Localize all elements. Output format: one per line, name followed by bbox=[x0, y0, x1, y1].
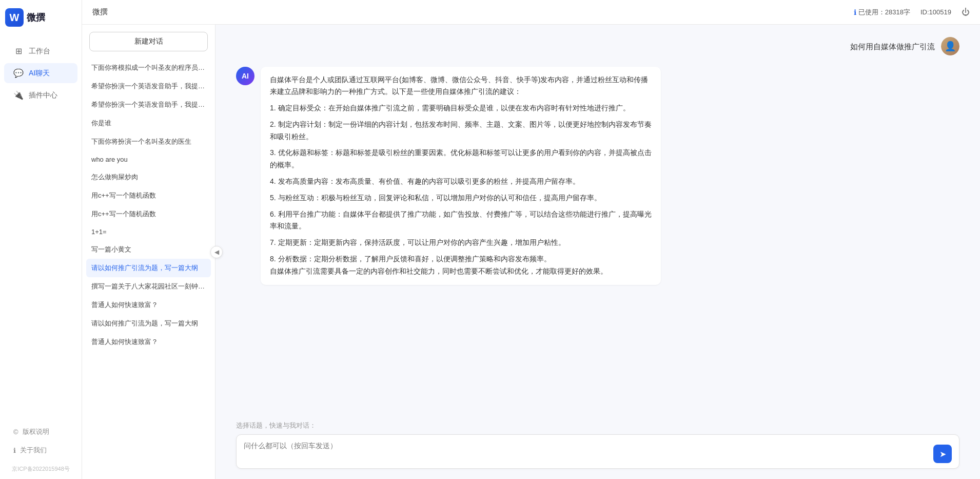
sidebar-item-ai-chat[interactable]: 💬 AI聊天 bbox=[4, 63, 77, 83]
ai-point: 1. 确定目标受众：在开始自媒体推广引流之前，需要明确目标受众是谁，以便在发布内… bbox=[270, 102, 652, 114]
topbar-id: ID:100519 bbox=[920, 8, 951, 16]
history-item[interactable]: 撰写一篇关于八大家花园社区一刻钟便民生... bbox=[86, 277, 211, 296]
logo: W 微撰 bbox=[0, 8, 45, 27]
toggle-history-button[interactable]: ◀ bbox=[210, 246, 223, 258]
history-item[interactable]: 普通人如何快速致富？ bbox=[86, 296, 211, 314]
bottom-icon-about: ℹ bbox=[13, 447, 16, 454]
send-icon: ➤ bbox=[939, 449, 946, 459]
history-item[interactable]: 请以如何推广引流为题，写一篇大纲 bbox=[86, 314, 211, 333]
sidebar-nav: ⊞ 工作台💬 AI聊天🔌 插件中心 bbox=[0, 41, 82, 423]
send-button[interactable]: ➤ bbox=[933, 445, 952, 463]
history-item[interactable]: 下面你将扮演一个名叫圣友的医生 bbox=[86, 132, 211, 151]
topbar-usage: ℹ 已使用：28318字 bbox=[854, 8, 910, 17]
history-item[interactable]: 写一篇小黄文 bbox=[86, 240, 211, 259]
icp-text: 京ICP备2022015948号 bbox=[12, 463, 70, 473]
ai-point: 5. 与粉丝互动：积极与粉丝互动，回复评论和私信，可以增加用户对你的认可和信任，… bbox=[270, 192, 652, 204]
ai-message-bubble: 自媒体平台是个人或团队通过互联网平台(如博客、微博、微信公众号、抖音、快手等)发… bbox=[261, 67, 661, 285]
bottom-item-about[interactable]: ℹ 关于我们 bbox=[4, 442, 77, 459]
usage-info-icon: ℹ bbox=[854, 8, 856, 16]
main-area: 微撰 ℹ 已使用：28318字 ID:100519 ⏻ 新建对话 下面你将模拟成… bbox=[82, 0, 980, 479]
history-panel-wrapper: 新建对话 下面你将模拟成一个叫圣友的程序员，我说...希望你扮演一个英语发音助手… bbox=[82, 25, 215, 479]
nav-label-plugin: 插件中心 bbox=[29, 91, 57, 100]
nav-icon-plugin: 🔌 bbox=[13, 90, 24, 100]
ai-intro: 自媒体平台是个人或团队通过互联网平台(如博客、微博、微信公众号、抖音、快手等)发… bbox=[270, 74, 652, 99]
sidebar-item-plugin[interactable]: 🔌 插件中心 bbox=[4, 85, 77, 105]
history-item[interactable]: 请以如何推广引流为题，写一篇大纲 bbox=[86, 259, 211, 277]
history-item[interactable]: 希望你扮演一个英语发音助手，我提供给你... bbox=[86, 95, 211, 114]
sidebar-item-workbench[interactable]: ⊞ 工作台 bbox=[4, 41, 77, 61]
history-panel: 新建对话 下面你将模拟成一个叫圣友的程序员，我说...希望你扮演一个英语发音助手… bbox=[82, 25, 215, 479]
user-message-row: 👤 如何用自媒体做推广引流 bbox=[236, 37, 959, 56]
history-item[interactable]: 怎么做狗屎炒肉 bbox=[86, 168, 211, 186]
history-item[interactable]: 普通人如何快速致富？ bbox=[86, 333, 211, 351]
logo-icon: W bbox=[5, 8, 24, 27]
bottom-icon-copyright: © bbox=[13, 428, 18, 436]
ai-point: 2. 制定内容计划：制定一份详细的内容计划，包括发布时间、频率、主题、文案、图片… bbox=[270, 119, 652, 143]
sidebar-bottom: © 版权说明ℹ 关于我们 bbox=[0, 423, 82, 463]
bottom-item-copyright[interactable]: © 版权说明 bbox=[4, 423, 77, 440]
power-icon[interactable]: ⏻ bbox=[962, 8, 970, 17]
history-item[interactable]: 用c++写一个随机函数 bbox=[86, 186, 211, 205]
content-area: 新建对话 下面你将模拟成一个叫圣友的程序员，我说...希望你扮演一个英语发音助手… bbox=[82, 25, 980, 479]
input-box: ➤ bbox=[236, 434, 959, 469]
nav-label-workbench: 工作台 bbox=[29, 47, 50, 56]
user-message-text: 如何用自媒体做推广引流 bbox=[850, 42, 935, 51]
bottom-label-about: 关于我们 bbox=[20, 446, 47, 455]
ai-point: 3. 优化标题和标签：标题和标签是吸引粉丝的重要因素。优化标题和标签可以让更多的… bbox=[270, 147, 652, 171]
topbar-right: ℹ 已使用：28318字 ID:100519 ⏻ bbox=[854, 8, 970, 17]
chat-messages: 👤 如何用自媒体做推广引流 AI 自媒体平台是个人或团队通过互联网平台(如博客、… bbox=[215, 25, 980, 421]
topbar: 微撰 ℹ 已使用：28318字 ID:100519 ⏻ bbox=[82, 0, 980, 25]
ai-point: 8. 分析数据：定期分析数据，了解用户反馈和喜好，以便调整推广策略和内容发布频率… bbox=[270, 253, 652, 265]
chat-input-area: 选择话题，快速与我对话： ➤ bbox=[215, 421, 980, 479]
history-item[interactable]: 你是谁 bbox=[86, 114, 211, 132]
history-item[interactable]: who are you bbox=[86, 151, 211, 168]
bottom-label-copyright: 版权说明 bbox=[23, 427, 49, 436]
sidebar: W 微撰 ⊞ 工作台💬 AI聊天🔌 插件中心 © 版权说明ℹ 关于我们 京ICP… bbox=[0, 0, 82, 479]
new-chat-button[interactable]: 新建对话 bbox=[89, 32, 208, 51]
topbar-title: 微撰 bbox=[92, 7, 108, 17]
history-item[interactable]: 下面你将模拟成一个叫圣友的程序员，我说... bbox=[86, 59, 211, 77]
user-avatar: 👤 bbox=[941, 37, 959, 55]
ai-message-row: AI 自媒体平台是个人或团队通过互联网平台(如博客、微博、微信公众号、抖音、快手… bbox=[236, 67, 959, 285]
quick-select-label: 选择话题，快速与我对话： bbox=[236, 421, 959, 430]
history-item[interactable]: 用c++写一个随机函数 bbox=[86, 205, 211, 223]
chat-input[interactable] bbox=[244, 440, 928, 463]
ai-points: 1. 确定目标受众：在开始自媒体推广引流之前，需要明确目标受众是谁，以便在发布内… bbox=[270, 102, 652, 265]
user-message-bubble: 如何用自媒体做推广引流 bbox=[850, 37, 935, 56]
usage-text: 已使用：28318字 bbox=[858, 8, 910, 17]
ai-point: 4. 发布高质量内容：发布高质量、有价值、有趣的内容可以吸引更多的粉丝，并提高用… bbox=[270, 176, 652, 188]
nav-icon-workbench: ⊞ bbox=[13, 46, 24, 56]
nav-label-ai-chat: AI聊天 bbox=[29, 69, 50, 78]
history-list: 下面你将模拟成一个叫圣友的程序员，我说...希望你扮演一个英语发音助手，我提供给… bbox=[82, 56, 215, 479]
logo-text: 微撰 bbox=[27, 11, 45, 24]
ai-point: 7. 定期更新：定期更新内容，保持活跃度，可以让用户对你的内容产生兴趣，增加用户… bbox=[270, 237, 652, 249]
chat-main: 👤 如何用自媒体做推广引流 AI 自媒体平台是个人或团队通过互联网平台(如博客、… bbox=[215, 25, 980, 479]
nav-icon-ai-chat: 💬 bbox=[13, 68, 24, 78]
history-item[interactable]: 希望你扮演一个英语发音助手，我提供给你... bbox=[86, 77, 211, 95]
user-avatar-img: 👤 bbox=[941, 37, 959, 55]
ai-conclusion: 自媒体推广引流需要具备一定的内容创作和社交能力，同时也需要不断尝试和优化，才能取… bbox=[270, 265, 652, 278]
ai-avatar: AI bbox=[236, 67, 254, 85]
history-item[interactable]: 1+1= bbox=[86, 223, 211, 240]
ai-point: 6. 利用平台推广功能：自媒体平台都提供了推广功能，如广告投放、付费推广等，可以… bbox=[270, 208, 652, 233]
